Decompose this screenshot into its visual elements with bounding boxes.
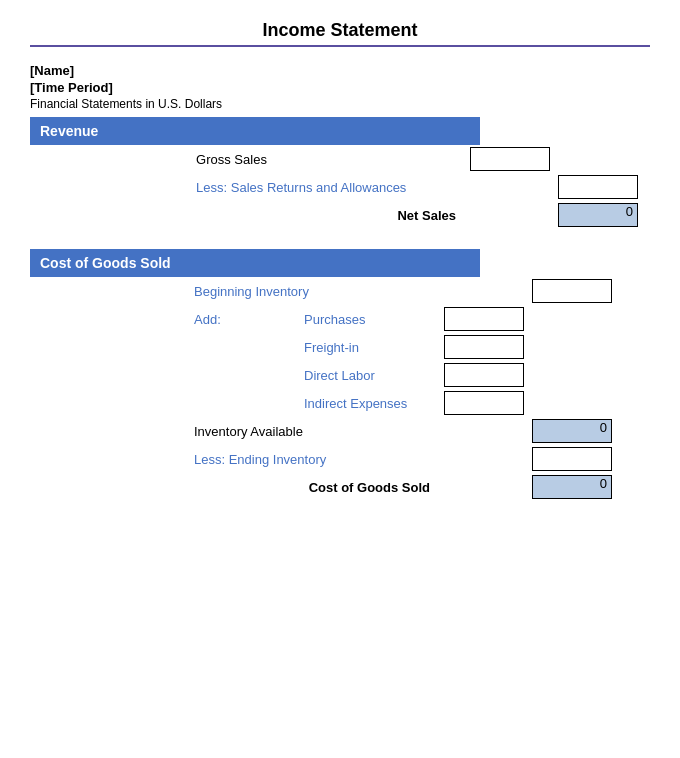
sales-returns-input[interactable] [558, 175, 638, 199]
direct-labor-input[interactable] [444, 363, 524, 387]
net-sales-label: Net Sales [321, 201, 466, 229]
freight-in-input[interactable] [444, 335, 524, 359]
net-sales-value: 0 [558, 203, 638, 227]
purchases-input[interactable] [444, 307, 524, 331]
less-ending-inventory-label: Less: Ending Inventory [190, 445, 440, 473]
page-title: Income Statement [30, 20, 650, 41]
cogs-total-row: Cost of Goods Sold 0 [30, 473, 650, 501]
sales-returns-row: Less: Sales Returns and Allowances [30, 173, 650, 201]
inventory-available-label: Inventory Available [190, 417, 440, 445]
cogs-total-label: Cost of Goods Sold [300, 473, 440, 501]
direct-labor-label: Direct Labor [300, 361, 440, 389]
ending-inventory-input[interactable] [532, 447, 612, 471]
purchases-label: Purchases [300, 305, 440, 333]
gross-sales-row: Gross Sales [30, 145, 650, 173]
direct-labor-row: Direct Labor [30, 361, 650, 389]
add-label: Add: [190, 305, 300, 333]
period-field: [Time Period] [30, 80, 650, 95]
currency-note: Financial Statements in U.S. Dollars [30, 97, 650, 111]
indirect-expenses-row: Indirect Expenses [30, 389, 650, 417]
freight-in-label: Freight-in [300, 333, 440, 361]
indirect-expenses-label: Indirect Expenses [300, 389, 440, 417]
purchases-row: Add: Purchases [30, 305, 650, 333]
cogs-table: Beginning Inventory Add: Purchases Freig… [30, 277, 650, 501]
beginning-inventory-label: Beginning Inventory [190, 277, 440, 305]
gross-sales-input[interactable] [470, 147, 550, 171]
revenue-section: Revenue Gross Sales Less: Sales Returns … [30, 117, 650, 229]
cogs-header: Cost of Goods Sold [30, 249, 480, 277]
freight-in-row: Freight-in [30, 333, 650, 361]
beginning-inventory-row: Beginning Inventory [30, 277, 650, 305]
beginning-inventory-input[interactable] [532, 279, 612, 303]
revenue-header: Revenue [30, 117, 480, 145]
indirect-expenses-input[interactable] [444, 391, 524, 415]
gross-sales-label: Gross Sales [192, 145, 321, 173]
title-container: Income Statement [30, 20, 650, 47]
inventory-available-row: Inventory Available 0 [30, 417, 650, 445]
cogs-section: Cost of Goods Sold Beginning Inventory A… [30, 249, 650, 501]
ending-inventory-row: Less: Ending Inventory [30, 445, 650, 473]
inventory-available-value: 0 [532, 419, 612, 443]
name-field: [Name] [30, 63, 650, 78]
revenue-table: Gross Sales Less: Sales Returns and Allo… [30, 145, 650, 229]
net-sales-row: Net Sales 0 [30, 201, 650, 229]
sales-returns-label: Less: Sales Returns and Allowances [192, 173, 466, 201]
cogs-total-value: 0 [532, 475, 612, 499]
